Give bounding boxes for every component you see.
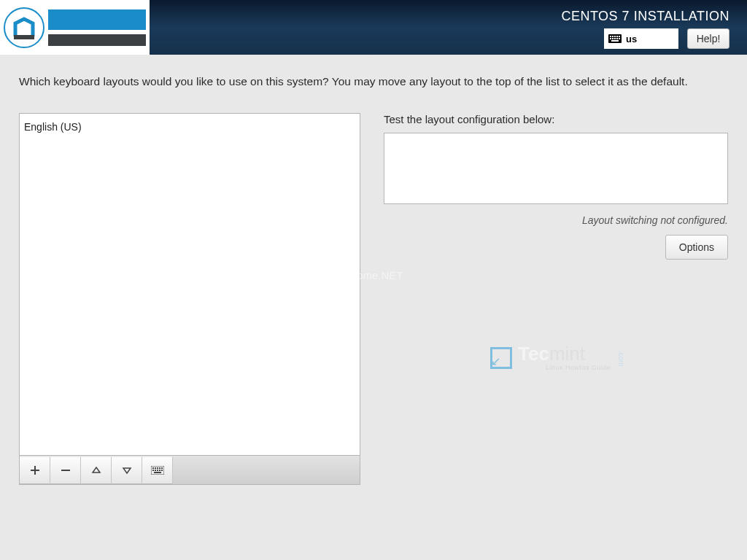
preview-keyboard-button[interactable]	[142, 456, 173, 484]
svg-rect-11	[616, 38, 618, 39]
svg-rect-10	[614, 38, 616, 39]
logo-roundel-icon	[1, 5, 47, 50]
svg-rect-26	[159, 470, 160, 471]
svg-rect-12	[619, 38, 620, 39]
keyboard-layout-list[interactable]: English (US)	[19, 113, 360, 456]
add-layout-button[interactable]	[20, 456, 50, 484]
svg-rect-16	[61, 470, 70, 471]
remove-layout-button[interactable]	[50, 456, 81, 484]
svg-rect-25	[157, 470, 158, 471]
svg-rect-22	[161, 467, 163, 469]
svg-rect-8	[610, 38, 611, 39]
page-title: CENTOS 7 INSTALLATION	[561, 9, 729, 24]
top-banner: CENTOS 7 INSTALLATION us Help!	[0, 0, 747, 55]
move-down-button[interactable]	[112, 456, 142, 484]
logo-bars	[48, 9, 146, 46]
svg-rect-28	[154, 472, 161, 473]
test-layout-input[interactable]	[384, 133, 728, 204]
move-up-button[interactable]	[81, 456, 112, 484]
distro-logo	[0, 0, 150, 55]
svg-rect-23	[152, 470, 154, 471]
svg-rect-13	[611, 40, 619, 42]
svg-rect-1	[14, 35, 34, 39]
svg-rect-3	[610, 36, 611, 37]
layout-toolbar	[19, 456, 360, 485]
prompt-text: Which keyboard layouts would you like to…	[19, 75, 728, 88]
layout-switching-note: Layout switching not configured.	[384, 214, 728, 226]
svg-rect-18	[152, 467, 154, 469]
svg-rect-15	[31, 470, 39, 471]
svg-rect-7	[619, 36, 620, 37]
svg-point-0	[4, 8, 44, 47]
svg-rect-21	[159, 467, 160, 469]
test-layout-label: Test the layout configuration below:	[384, 113, 728, 125]
keyboard-icon	[608, 34, 622, 43]
svg-rect-27	[161, 470, 163, 471]
help-button[interactable]: Help!	[687, 28, 729, 49]
svg-rect-19	[155, 467, 156, 469]
options-button[interactable]: Options	[665, 235, 728, 260]
main-content: Which keyboard layouts would you like to…	[0, 55, 747, 485]
svg-rect-20	[157, 467, 158, 469]
svg-rect-6	[616, 36, 618, 37]
svg-rect-9	[612, 38, 614, 39]
keyboard-layout-indicator[interactable]: us	[604, 28, 678, 49]
keyboard-layout-code: us	[626, 34, 637, 44]
svg-rect-4	[612, 36, 614, 37]
list-item[interactable]: English (US)	[24, 121, 355, 133]
svg-rect-24	[155, 470, 156, 471]
svg-rect-5	[614, 36, 616, 37]
